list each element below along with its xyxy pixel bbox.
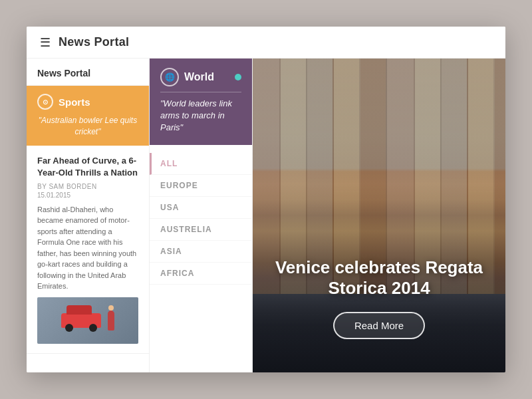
main-content: News Portal ⊙ Sports "Australian bowler …	[27, 59, 505, 372]
world-indicator-dot	[235, 74, 241, 80]
sidebar-header: News Portal	[27, 59, 149, 86]
sidebar-article-title: Far Ahead of Curve, a 6-Year-Old Thrills…	[37, 155, 138, 179]
sports-icon: ⊙	[37, 94, 53, 110]
world-label: World	[184, 71, 214, 83]
car-wheel-right	[89, 324, 97, 332]
sidebar-sports-label[interactable]: ⊙ Sports	[37, 94, 138, 110]
sidebar-article: Far Ahead of Curve, a 6-Year-Old Thrills…	[27, 146, 149, 354]
hamburger-icon[interactable]: ☰	[40, 35, 51, 50]
sidebar-article-date: 15.01.2015	[37, 192, 138, 199]
category-item-usa[interactable]: USA	[150, 197, 252, 219]
hero-title: Venice celebrates Regata Storica 2014	[266, 257, 492, 299]
app-window: ☰ News Portal News Portal ⊙ Sports "Aust…	[27, 27, 505, 372]
hero-content: Venice celebrates Regata Storica 2014 Re…	[253, 257, 505, 339]
category-item-austrelia[interactable]: AUSTRELIA	[150, 219, 252, 241]
sidebar-sports-quote: "Australian bowler Lee quits cricket"	[37, 115, 138, 138]
nav-title: News Portal	[59, 35, 129, 49]
outer-background: ☰ News Portal News Portal ⊙ Sports "Aust…	[0, 0, 532, 399]
top-nav: ☰ News Portal	[27, 27, 505, 59]
world-header: 🌐 World "World leaders link arms to marc…	[150, 59, 252, 145]
sidebar-article-image	[37, 297, 138, 344]
hero-area: Venice celebrates Regata Storica 2014 Re…	[253, 59, 505, 372]
car-illustration	[37, 297, 138, 344]
sidebar: News Portal ⊙ Sports "Australian bowler …	[27, 59, 150, 372]
category-item-europe[interactable]: EUROPE	[150, 175, 252, 197]
world-divider	[160, 92, 241, 92]
car-body	[61, 313, 101, 328]
globe-icon: 🌐	[160, 68, 179, 86]
car-wheel-left	[65, 324, 73, 332]
world-header-top: 🌐 World	[160, 68, 241, 86]
sidebar-sports-section: ⊙ Sports "Australian bowler Lee quits cr…	[27, 86, 149, 146]
category-item-asia[interactable]: ASIA	[150, 241, 252, 263]
sidebar-article-body: Rashid al-Dhaheri, who became enamored o…	[37, 204, 138, 292]
world-headline: "World leaders link arms to march in Par…	[160, 98, 241, 134]
person-figure	[108, 311, 114, 331]
sidebar-article-author: BY SAM BORDEN	[37, 183, 138, 190]
category-item-africa[interactable]: AFRICA	[150, 263, 252, 285]
category-item-all[interactable]: ALL	[150, 153, 252, 175]
world-icon-label: 🌐 World	[160, 68, 214, 86]
read-more-button[interactable]: Read More	[333, 312, 425, 339]
center-panel: 🌐 World "World leaders link arms to marc…	[150, 59, 253, 372]
category-nav: ALL EUROPE USA AUSTRELIA ASIA AFRICA	[150, 145, 252, 372]
